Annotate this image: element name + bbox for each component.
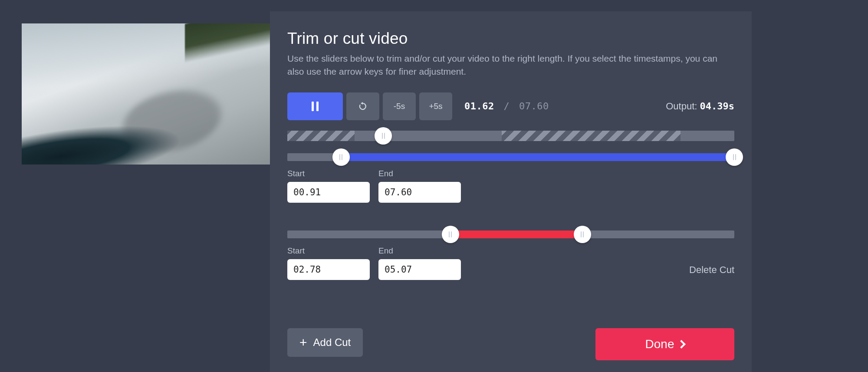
output-value: 04.39s (700, 101, 734, 112)
trim-track[interactable] (287, 153, 734, 161)
trim-end-input[interactable] (378, 182, 461, 203)
trim-range (341, 153, 734, 161)
trim-end-label: End (378, 169, 461, 178)
cut-start-handle[interactable] (442, 226, 459, 243)
pause-button[interactable] (287, 92, 343, 120)
restart-icon (358, 101, 368, 112)
cut-end-input[interactable] (378, 259, 461, 280)
panel-title: Trim or cut video (287, 30, 734, 48)
pause-icon (312, 102, 319, 111)
duration: 07.60 (519, 101, 549, 112)
cut-start-label: Start (287, 246, 370, 256)
trim-start-label: Start (287, 169, 370, 178)
cut-end-label: End (378, 246, 461, 256)
buffered-segment (287, 131, 355, 141)
done-button[interactable]: Done (595, 328, 734, 360)
cut-track[interactable] (287, 230, 734, 238)
forward-5s-button[interactable]: +5s (419, 92, 452, 120)
playhead-handle[interactable] (375, 127, 392, 145)
trim-start-handle[interactable] (332, 148, 350, 166)
trim-end-handle[interactable] (726, 148, 743, 166)
add-cut-button[interactable]: + Add Cut (287, 328, 363, 357)
trim-start-input[interactable] (287, 182, 370, 203)
trim-panel: Trim or cut video Use the sliders below … (270, 11, 752, 372)
plus-icon: + (299, 336, 307, 349)
delete-cut-button[interactable]: Delete Cut (689, 264, 734, 280)
cut-start-input[interactable] (287, 259, 370, 280)
buffered-segment (502, 131, 681, 141)
cut-range (450, 230, 582, 238)
output-label: Output: 04.39s (666, 101, 734, 112)
current-time: 01.62 (464, 101, 494, 112)
restart-button[interactable] (346, 92, 379, 120)
cut-end-handle[interactable] (574, 226, 591, 243)
time-readout: 01.62 / 07.60 (464, 101, 549, 112)
panel-subtitle: Use the sliders below to trim and/or cut… (287, 52, 721, 79)
back-5s-button[interactable]: -5s (383, 92, 416, 120)
playback-track[interactable] (287, 131, 734, 141)
video-preview[interactable] (22, 23, 272, 165)
chevron-right-icon (677, 340, 686, 349)
